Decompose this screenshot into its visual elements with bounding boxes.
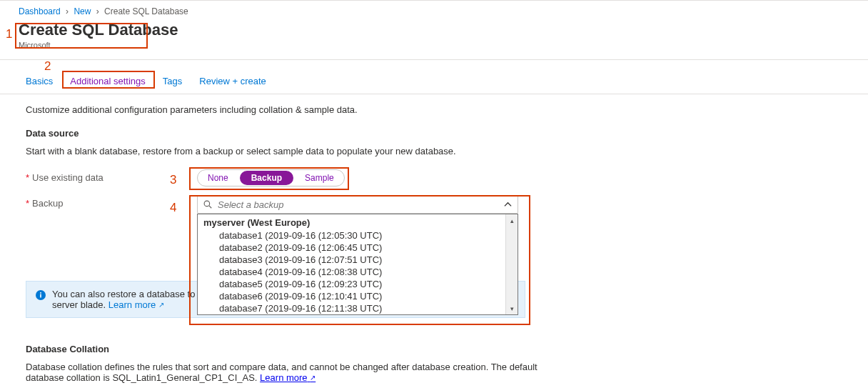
tab-additional-settings[interactable]: Additional settings xyxy=(63,71,153,94)
section-collation-title: Database Collation xyxy=(26,344,842,354)
section-collation: Database Collation Database collation de… xyxy=(26,344,842,383)
backup-search-input[interactable] xyxy=(216,199,504,211)
intro-text: Customize additional configuration param… xyxy=(26,104,842,115)
content: Customize additional configuration param… xyxy=(0,94,842,383)
breadcrumb-sep: › xyxy=(96,6,99,16)
scrollbar-up-icon[interactable]: ▴ xyxy=(506,214,518,227)
backup-dropdown: myserver (West Europe) database1 (2019-0… xyxy=(197,214,518,315)
search-icon xyxy=(203,200,212,209)
svg-line-1 xyxy=(209,206,211,208)
section-data-source-desc: Start with a blank database, restore fro… xyxy=(26,146,842,156)
option-none[interactable]: None xyxy=(198,170,238,186)
dropdown-scrollbar[interactable]: ▴ ▾ xyxy=(505,214,518,314)
dropdown-item[interactable]: database7 (2019-09-16 (12:11:38 UTC) xyxy=(203,302,518,314)
dropdown-item[interactable]: database5 (2019-09-16 (12:09:23 UTC) xyxy=(203,278,518,290)
tab-tags[interactable]: Tags xyxy=(156,71,189,94)
page: Dashboard › New › Create SQL Database Cr… xyxy=(0,0,868,388)
dropdown-item[interactable]: database3 (2019-09-16 (12:07:51 UTC) xyxy=(203,254,518,266)
page-title: Create SQL Database xyxy=(19,21,849,39)
field-label-use-existing: Use existing data xyxy=(32,172,104,183)
page-header: Create SQL Database Microsoft xyxy=(0,21,868,60)
section-data-source-title: Data source xyxy=(26,128,842,139)
field-use-existing-data: * Use existing data None Backup Sample xyxy=(26,169,842,186)
breadcrumb: Dashboard › New › Create SQL Database xyxy=(0,1,868,21)
backup-combobox[interactable] xyxy=(197,195,518,214)
tab-review-create[interactable]: Review + create xyxy=(192,71,273,94)
option-sample[interactable]: Sample xyxy=(295,170,344,186)
scrollbar-track[interactable] xyxy=(506,227,518,302)
required-marker: * xyxy=(26,198,29,209)
required-marker: * xyxy=(26,172,29,183)
tab-basics[interactable]: Basics xyxy=(19,71,60,94)
page-subtitle: Microsoft xyxy=(19,41,849,49)
dropdown-item[interactable]: database2 (2019-09-16 (12:06:45 UTC) xyxy=(203,242,518,254)
field-label-backup: Backup xyxy=(32,198,63,209)
tab-bar: Basics Additional settings Tags Review +… xyxy=(0,60,868,94)
svg-point-0 xyxy=(204,201,210,207)
field-backup: * Backup myserver (West Europe) dat xyxy=(26,195,842,315)
breadcrumb-link-dashboard[interactable]: Dashboard xyxy=(19,6,61,16)
dropdown-item[interactable]: database4 (2019-09-16 (12:08:38 UTC) xyxy=(203,266,518,278)
use-existing-data-toggle: None Backup Sample xyxy=(197,169,345,186)
scrollbar-down-icon[interactable]: ▾ xyxy=(506,302,518,314)
breadcrumb-link-new[interactable]: New xyxy=(74,6,91,16)
breadcrumb-current: Create SQL Database xyxy=(104,6,188,16)
learn-more-link[interactable]: Learn more ↗ xyxy=(260,372,316,383)
breadcrumb-sep: › xyxy=(66,6,69,16)
dropdown-group-header: myserver (West Europe) xyxy=(203,216,518,229)
dropdown-item[interactable]: database1 (2019-09-16 (12:05:30 UTC) xyxy=(203,229,518,242)
option-backup[interactable]: Backup xyxy=(240,171,293,185)
dropdown-item[interactable]: database6 (2019-09-16 (12:10:41 UTC) xyxy=(203,290,518,302)
chevron-up-icon xyxy=(504,201,512,209)
external-link-icon: ↗ xyxy=(310,374,316,382)
section-collation-desc: Database collation defines the rules tha… xyxy=(26,362,540,383)
